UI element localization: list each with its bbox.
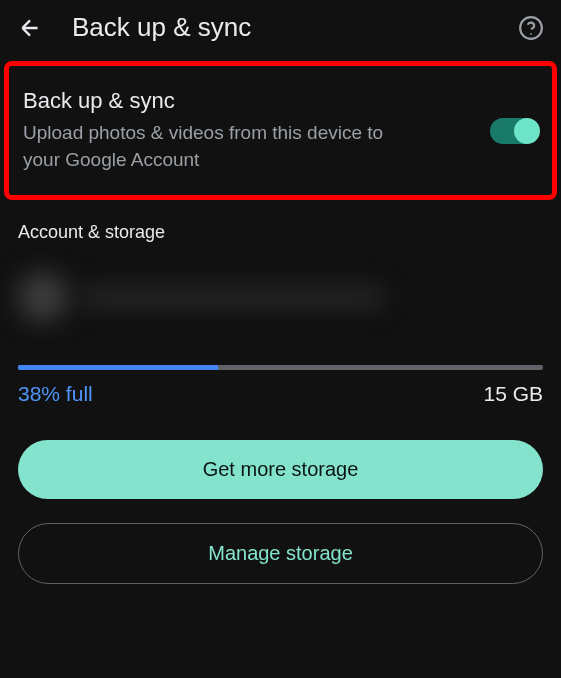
get-more-storage-button[interactable]: Get more storage	[18, 440, 543, 499]
page-title: Back up & sync	[72, 12, 489, 43]
account-row[interactable]	[18, 261, 543, 333]
manage-storage-button[interactable]: Manage storage	[18, 523, 543, 584]
back-arrow-icon[interactable]	[16, 14, 44, 42]
storage-info-row: 38% full 15 GB	[0, 370, 561, 432]
toggle-thumb	[514, 118, 540, 144]
toggle-info: Back up & sync Upload photos & videos fr…	[23, 88, 478, 173]
storage-total: 15 GB	[483, 382, 543, 406]
toggle-description: Upload photos & videos from this device …	[23, 120, 423, 173]
help-icon[interactable]	[517, 14, 545, 42]
svg-point-1	[530, 33, 532, 35]
header: Back up & sync	[0, 0, 561, 55]
backup-sync-toggle[interactable]	[490, 118, 538, 144]
backup-sync-toggle-row[interactable]: Back up & sync Upload photos & videos fr…	[4, 61, 557, 200]
storage-percent: 38% full	[18, 382, 93, 406]
section-label: Account & storage	[0, 214, 561, 261]
account-email	[84, 288, 384, 306]
toggle-title: Back up & sync	[23, 88, 478, 114]
avatar	[18, 272, 68, 322]
